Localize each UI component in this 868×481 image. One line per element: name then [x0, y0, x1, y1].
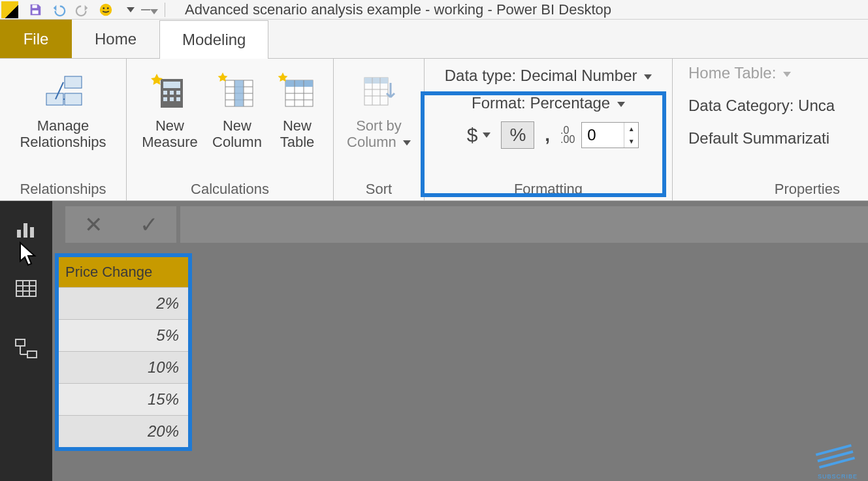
- undo-icon[interactable]: [47, 1, 71, 18]
- group-title-properties: Properties: [775, 177, 840, 198]
- default-summarization-dropdown[interactable]: Default Summarizati: [688, 129, 829, 147]
- svg-rect-39: [30, 227, 34, 238]
- svg-rect-0: [32, 5, 37, 8]
- new-measure-button[interactable]: New Measure: [136, 64, 204, 177]
- new-column-label: New Column: [210, 117, 264, 151]
- data-table: Price Change 2% 5% 10% 15% 20%: [55, 253, 192, 451]
- confirm-icon[interactable]: ✓: [140, 211, 158, 238]
- decimal-places-spinner[interactable]: ▲ ▼: [581, 122, 639, 148]
- table-cell[interactable]: 20%: [59, 415, 188, 447]
- tab-file[interactable]: File: [0, 20, 72, 58]
- datatype-dropdown[interactable]: Data type: Decimal Number: [445, 67, 652, 85]
- relationships-icon: [42, 64, 84, 117]
- report-view-button[interactable]: [10, 213, 42, 244]
- decimal-places-input[interactable]: [582, 123, 624, 147]
- percent-button[interactable]: %: [501, 121, 534, 149]
- chevron-down-icon: [644, 74, 652, 80]
- data-category-label: Data Category: Unca: [688, 97, 835, 114]
- svg-rect-11: [163, 82, 180, 88]
- svg-rect-17: [176, 97, 180, 101]
- svg-rect-7: [65, 93, 82, 105]
- new-measure-label: New Measure: [136, 117, 204, 151]
- spinner-up-icon[interactable]: ▲: [624, 123, 638, 135]
- view-sidebar: [0, 201, 52, 481]
- new-table-icon: [276, 64, 318, 117]
- dropdown-caret-icon[interactable]: [118, 1, 141, 18]
- tab-home[interactable]: Home: [72, 20, 159, 58]
- data-canvas: Price Change 2% 5% 10% 15% 20%: [52, 248, 868, 481]
- sort-label-text: Sort by Column: [347, 117, 402, 150]
- tab-modeling[interactable]: Modeling: [159, 20, 268, 59]
- sort-by-column-label: Sort by Column: [343, 117, 415, 151]
- manage-relationships-label: Manage Relationships: [9, 117, 117, 151]
- home-table-label: Home Table:: [688, 64, 776, 82]
- svg-rect-12: [163, 91, 167, 95]
- new-table-button[interactable]: New Table: [270, 64, 324, 177]
- table-cell[interactable]: 2%: [59, 287, 188, 319]
- home-table-dropdown[interactable]: Home Table:: [688, 64, 791, 82]
- customize-qat-icon[interactable]: [141, 1, 158, 18]
- svg-rect-22: [234, 80, 244, 106]
- cancel-icon[interactable]: ✕: [84, 211, 103, 238]
- currency-button[interactable]: $: [463, 123, 495, 147]
- svg-rect-5: [46, 93, 63, 105]
- calculator-icon: [149, 64, 191, 117]
- chevron-down-icon: [403, 140, 411, 146]
- save-icon[interactable]: [24, 1, 47, 18]
- group-title-formatting: Formatting: [514, 177, 583, 198]
- formula-bar-buttons: ✕ ✓: [65, 206, 176, 243]
- data-category-dropdown[interactable]: Data Category: Unca: [688, 97, 835, 115]
- svg-rect-38: [24, 223, 27, 238]
- formula-bar: ✕ ✓: [0, 201, 868, 248]
- svg-rect-15: [163, 97, 167, 101]
- smiley-icon[interactable]: [94, 1, 118, 18]
- app-icon: [1, 1, 18, 18]
- group-title-sort: Sort: [366, 177, 392, 198]
- spinner-down-icon[interactable]: ▼: [624, 135, 638, 147]
- model-view-button[interactable]: [10, 333, 42, 364]
- formula-input[interactable]: [180, 206, 868, 243]
- svg-rect-26: [285, 80, 313, 87]
- svg-rect-40: [16, 281, 36, 296]
- svg-rect-46: [27, 351, 37, 358]
- svg-rect-45: [16, 339, 25, 346]
- column-header[interactable]: Price Change: [59, 257, 188, 287]
- datatype-label: Data type: Decimal Number: [445, 67, 637, 84]
- dollar-sign: $: [467, 124, 478, 146]
- ribbon: Manage Relationships Relationships New M…: [0, 59, 868, 201]
- default-sum-label: Default Summarizati: [688, 129, 829, 147]
- group-properties: Home Table: Data Category: Unca Default …: [673, 59, 843, 200]
- group-calculations: New Measure New Column New Table Calcula…: [127, 59, 334, 200]
- svg-rect-6: [65, 76, 82, 88]
- svg-rect-14: [176, 91, 180, 95]
- group-title-relationships: Relationships: [20, 177, 106, 198]
- chevron-down-icon: [783, 72, 791, 77]
- svg-point-2: [100, 3, 112, 15]
- separator: [165, 3, 165, 17]
- group-sort: Sort by Column Sort: [334, 59, 425, 200]
- group-title-calculations: Calculations: [191, 177, 269, 198]
- format-dropdown[interactable]: Format: Percentage: [472, 94, 625, 112]
- group-formatting: Data type: Decimal Number Format: Percen…: [425, 59, 673, 200]
- redo-icon[interactable]: [71, 1, 94, 18]
- table-cell[interactable]: 15%: [59, 383, 188, 415]
- chevron-down-icon: [483, 132, 490, 138]
- new-column-button[interactable]: New Column: [210, 64, 264, 177]
- title-bar: Advanced scenario analysis example - wor…: [0, 0, 868, 20]
- svg-rect-32: [364, 78, 388, 84]
- svg-rect-37: [17, 230, 21, 238]
- manage-relationships-button[interactable]: Manage Relationships: [9, 64, 117, 177]
- table-cell[interactable]: 5%: [59, 319, 188, 351]
- new-table-label: New Table: [270, 117, 324, 151]
- sort-icon: [358, 64, 400, 117]
- svg-rect-16: [170, 97, 174, 101]
- subscribe-label: SUBSCRIBE: [818, 473, 858, 480]
- sort-by-column-button[interactable]: Sort by Column: [343, 64, 415, 177]
- group-relationships: Manage Relationships Relationships: [0, 59, 127, 200]
- data-view-button[interactable]: [10, 273, 42, 304]
- decimal-icon: .0.00: [560, 126, 575, 145]
- chevron-down-icon: [617, 102, 625, 107]
- svg-point-3: [103, 7, 104, 9]
- thousands-separator-button[interactable]: ,: [541, 123, 554, 147]
- table-cell[interactable]: 10%: [59, 351, 188, 383]
